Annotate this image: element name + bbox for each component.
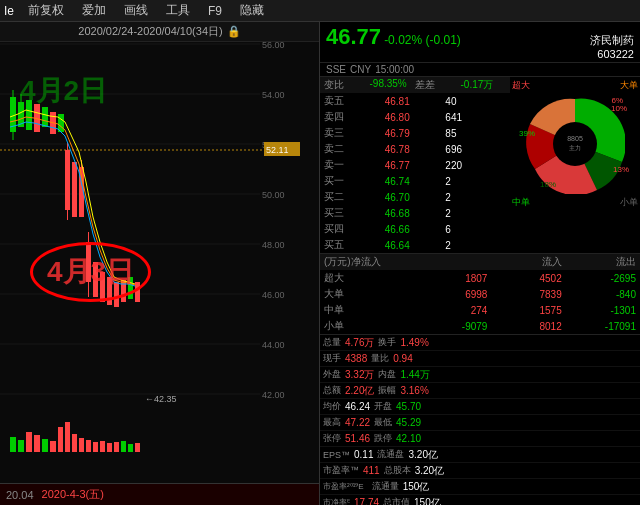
- flow-big-net: 6998: [413, 289, 487, 300]
- sell4-price: 46.80: [385, 112, 446, 123]
- buy5-vol: 2: [445, 240, 506, 251]
- flow-small-in: 8012: [487, 321, 561, 332]
- sell5-price: 46.81: [385, 96, 446, 107]
- toolbar-hide[interactable]: 隐藏: [236, 2, 268, 19]
- buy1-price: 46.74: [385, 176, 446, 187]
- currency: CNY: [350, 64, 371, 75]
- sell4-row: 卖四 46.80 641: [320, 109, 510, 125]
- bottom-date: 2020-4-3(五): [42, 487, 104, 502]
- toolbar-fuquan[interactable]: 前复权: [24, 2, 68, 19]
- buy1-row: 买一 46.74 2: [320, 173, 510, 189]
- svg-text:42.00: 42.00: [262, 390, 285, 400]
- sell1-vol: 220: [445, 160, 506, 171]
- sell3-vol: 85: [445, 128, 506, 139]
- buy3-price: 46.68: [385, 208, 446, 219]
- tab-ie[interactable]: Ie: [4, 4, 14, 18]
- toolbar-huaxian[interactable]: 画线: [120, 2, 152, 19]
- mid-label: 中单: [512, 196, 530, 209]
- chart-area[interactable]: 2020/02/24-2020/04/10(34日) 🔒 56.00 54.00…: [0, 22, 320, 505]
- svg-rect-47: [18, 440, 24, 452]
- flow-super-big-in: 4502: [487, 273, 561, 284]
- date-range: 2020/02/24-2020/04/10(34日) 🔒: [0, 22, 319, 42]
- pie-top-labels: 超大 大单: [512, 79, 638, 92]
- company-code: 603222: [590, 48, 634, 60]
- buy5-label: 买五: [324, 238, 385, 252]
- svg-rect-55: [79, 438, 84, 452]
- flow-big: 大单 6998 7839 -840: [320, 286, 640, 302]
- stat-row-eps: EPS™0.11流通盘3.20亿: [320, 447, 640, 463]
- flow-super-big-out: -2695: [562, 273, 636, 284]
- stat-row-3: 外盘3.32万内盘1.44万: [320, 367, 640, 383]
- main-body: 2020/02/24-2020/04/10(34日) 🔒 56.00 54.00…: [0, 22, 640, 505]
- price-change-pct: -0.02% (-0.01): [384, 33, 461, 47]
- april3-label: 4月3日: [30, 242, 151, 302]
- svg-text:主力: 主力: [569, 144, 581, 151]
- buy2-row: 买二 46.70 2: [320, 189, 510, 205]
- sell2-vol: 696: [445, 144, 506, 155]
- flow-col1: (万元)净流入: [324, 255, 413, 269]
- svg-text:44.00: 44.00: [262, 340, 285, 350]
- toolbar-aijia[interactable]: 爱加: [78, 2, 110, 19]
- exchange: SSE: [326, 64, 346, 75]
- sell1-label: 卖一: [324, 158, 385, 172]
- flow-super-big-label: 超大: [324, 271, 413, 285]
- header-val: -0.17万: [461, 78, 507, 92]
- flow-small: 小单 -9079 8012 -17091: [320, 318, 640, 334]
- pct-39: 39%: [519, 129, 535, 138]
- svg-rect-23: [42, 107, 48, 127]
- flow-super-big: 超大 1807 4502 -2695: [320, 270, 640, 286]
- svg-point-64: [553, 122, 597, 166]
- flow-col4: 流出: [562, 255, 636, 269]
- header-pct: -98.35%: [370, 78, 416, 92]
- sell3-price: 46.79: [385, 128, 446, 139]
- chart-canvas[interactable]: 56.00 54.00 52.00 50.00 48.00 46.00: [0, 42, 319, 483]
- buy5-price: 46.64: [385, 240, 446, 251]
- stat-row-pb: 市净率ᴱ17.74总市值150亿: [320, 495, 640, 505]
- toolbar-gongju[interactable]: 工具: [162, 2, 194, 19]
- flow-table-header: (万元)净流入 流入 流出: [320, 254, 640, 270]
- svg-rect-49: [34, 435, 40, 452]
- buy1-vol: 2: [445, 176, 506, 187]
- main-price: 46.77: [326, 24, 381, 49]
- svg-rect-52: [58, 427, 63, 452]
- toolbar-f9[interactable]: F9: [204, 4, 226, 18]
- header-bibi: 变比: [324, 78, 370, 92]
- svg-text:56.00: 56.00: [262, 42, 285, 50]
- sell1-price: 46.77: [385, 160, 446, 171]
- svg-rect-63: [135, 443, 140, 452]
- pie-chart-container: 8805 主力 6% 10% 13% 39% 18%: [525, 94, 625, 194]
- header-chача: 差差: [415, 78, 461, 92]
- price-header: 46.77 -0.02% (-0.01) 济民制药 603222: [320, 22, 640, 63]
- flow-col3: 流入: [487, 255, 561, 269]
- chart-bottom-bar: 20.04 2020-4-3(五): [0, 483, 319, 505]
- pct-10: 10%: [611, 104, 627, 113]
- buy5-row: 买五 46.64 2: [320, 237, 510, 253]
- stat-row-2: 现手4388量比0.94: [320, 351, 640, 367]
- sell5-label: 卖五: [324, 94, 385, 108]
- svg-rect-58: [100, 441, 105, 452]
- svg-rect-48: [26, 432, 32, 452]
- svg-rect-29: [65, 150, 70, 210]
- svg-rect-54: [72, 434, 77, 452]
- pie-bottom-labels: 中单 小单: [512, 196, 638, 209]
- sell5-vol: 40: [445, 96, 506, 107]
- svg-rect-32: [72, 162, 77, 217]
- svg-text:8805: 8805: [567, 135, 583, 142]
- flow-big-in: 7839: [487, 289, 561, 300]
- svg-text:48.00: 48.00: [262, 240, 285, 250]
- super-big-label: 超大: [512, 79, 530, 92]
- svg-rect-59: [107, 443, 112, 452]
- order-book: 变比 -98.35% 差差 -0.17万 卖五 46.81 40 卖四 46.8…: [320, 77, 510, 253]
- svg-text:50.00: 50.00: [262, 190, 285, 200]
- sell5-row: 卖五 46.81 40: [320, 93, 510, 109]
- sell2-price: 46.78: [385, 144, 446, 155]
- flow-mid: 中单 274 1575 -1301: [320, 302, 640, 318]
- stat-row-6: 最高47.22最低45.29: [320, 415, 640, 431]
- flow-small-net: -9079: [413, 321, 487, 332]
- svg-rect-56: [86, 440, 91, 452]
- market-time: 15:00:00: [375, 64, 414, 75]
- stat-row-pe: 市盈率™411总股本3.20亿: [320, 463, 640, 479]
- sell2-label: 卖二: [324, 142, 385, 156]
- buy2-price: 46.70: [385, 192, 446, 203]
- svg-rect-62: [128, 444, 133, 452]
